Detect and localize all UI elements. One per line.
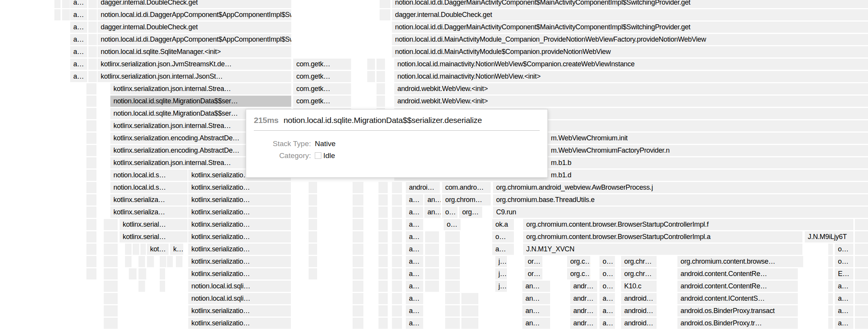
stack-frame[interactable] [86,207,96,218]
stack-frame[interactable] [129,268,137,279]
stack-frame[interactable] [160,268,165,279]
stack-frame[interactable] [378,305,388,317]
stack-frame[interactable] [353,318,363,329]
stack-frame[interactable]: o… [442,207,458,218]
stack-frame[interactable]: a… [406,207,423,218]
stack-frame[interactable]: notion.local.id.sqli… [188,293,291,304]
stack-frame[interactable]: an… [522,305,550,317]
stack-frame[interactable]: notion.local.id.di.DaggerAppComponent$Ap… [98,34,291,45]
stack-frame[interactable]: android.content.IContentS… [677,293,798,304]
stack-frame[interactable] [147,256,154,267]
stack-frame[interactable]: org.chromium.content.browser.BrowserStar… [523,219,853,230]
stack-frame[interactable] [104,293,118,304]
stack-frame[interactable]: a… [406,219,423,230]
stack-frame[interactable] [378,244,388,255]
stack-frame[interactable] [140,244,146,255]
stack-frame[interactable] [86,108,96,119]
stack-frame[interactable]: kotlinx.serializatio… [188,194,291,205]
stack-frame[interactable] [309,231,317,242]
stack-frame[interactable]: org.chromium.content.browse… [677,256,803,267]
stack-frame[interactable]: J.N.M1Y_XVCN [523,244,802,255]
stack-frame[interactable]: o… [835,244,853,255]
stack-frame[interactable] [54,0,61,8]
stack-frame[interactable]: com.andro… [442,182,491,193]
stack-frame[interactable] [86,145,96,156]
stack-frame[interactable]: kot… [147,244,169,255]
stack-frame[interactable] [855,219,868,230]
stack-frame[interactable]: a… [406,293,423,304]
stack-frame[interactable] [88,0,97,8]
stack-frame[interactable]: kotlinx.serializa… [110,194,187,205]
stack-frame[interactable] [86,244,96,255]
stack-frame[interactable]: an… [424,207,441,218]
stack-frame[interactable] [88,34,97,45]
stack-frame[interactable]: o… [444,219,461,230]
stack-frame[interactable]: org.chromium.android_webview.AwBrowserPr… [493,182,868,193]
stack-frame[interactable]: notion.local.id.di.DaggerAppComponent$Ap… [98,9,291,20]
stack-frame[interactable] [86,133,96,144]
stack-frame[interactable]: andr… [570,281,597,292]
stack-frame-hovered[interactable]: notion.local.id.sqlite.MigrationData$$se… [110,96,291,107]
stack-frame[interactable] [86,268,96,279]
stack-frame[interactable] [461,318,478,329]
stack-frame[interactable]: an… [522,293,550,304]
stack-frame[interactable] [353,244,363,255]
stack-frame[interactable] [377,59,385,70]
stack-frame[interactable] [445,231,460,242]
stack-frame[interactable] [104,231,118,242]
stack-frame[interactable] [855,244,868,255]
stack-frame[interactable]: a… [599,305,615,317]
stack-frame[interactable]: kotlinx.serializatio… [188,182,291,193]
stack-frame[interactable] [828,281,833,292]
stack-frame[interactable]: notion.local.id.di.DaggerMainActivityCom… [392,22,868,33]
stack-frame[interactable] [380,9,390,20]
stack-frame[interactable]: an… [522,318,550,329]
stack-frame[interactable] [828,318,833,329]
stack-frame[interactable] [167,256,173,267]
stack-frame[interactable]: k… [170,244,183,255]
stack-frame[interactable] [855,293,868,304]
stack-frame[interactable] [392,231,402,242]
stack-frame[interactable] [445,305,460,317]
stack-frame[interactable]: org.chromium.content.browser.BrowserStar… [523,231,802,242]
stack-frame[interactable]: kotlinx.serialization.json.internal.Json… [98,71,291,82]
stack-frame[interactable] [353,207,363,218]
stack-frame[interactable]: a… [835,293,853,304]
stack-frame[interactable]: a… [406,305,423,317]
stack-frame[interactable]: a… [406,256,423,267]
stack-frame[interactable]: org.chrom… [442,194,491,205]
stack-frame[interactable]: j… [495,256,507,267]
stack-frame[interactable] [378,268,388,279]
stack-frame[interactable] [392,219,402,230]
stack-frame[interactable] [104,219,118,230]
stack-frame[interactable] [378,219,388,230]
stack-frame[interactable] [392,194,402,205]
stack-frame[interactable] [828,268,833,279]
stack-frame[interactable]: notion.local.id.di.MainActivityModule_Co… [392,34,868,45]
stack-frame[interactable]: a… [835,318,853,329]
stack-frame[interactable] [86,83,96,94]
stack-frame[interactable]: a… [70,59,87,70]
stack-frame[interactable] [309,194,317,205]
stack-frame[interactable] [367,71,375,82]
stack-frame[interactable] [855,305,868,317]
stack-frame[interactable]: notion.local.id.sqlite.SqliteManager.<in… [98,46,291,57]
stack-frame[interactable] [392,281,402,292]
stack-frame[interactable] [104,268,118,279]
stack-frame[interactable]: kotlinx.serializatio… [188,305,291,317]
stack-frame[interactable] [138,256,145,267]
stack-frame[interactable]: a… [406,268,423,279]
stack-frame[interactable] [353,256,363,267]
stack-frame[interactable] [380,0,390,8]
stack-frame[interactable] [353,293,363,304]
stack-frame[interactable]: a… [70,46,87,57]
stack-frame[interactable] [425,281,439,292]
stack-frame[interactable]: o… [492,231,514,242]
stack-frame[interactable] [445,293,460,304]
stack-frame[interactable] [353,194,363,205]
stack-frame[interactable]: an… [522,281,550,292]
stack-frame[interactable] [378,194,388,205]
stack-frame[interactable]: E… [835,268,853,279]
stack-frame[interactable]: kotlinx.serial… [120,219,187,230]
stack-frame[interactable]: dagger.internal.DoubleCheck.get [98,22,291,33]
